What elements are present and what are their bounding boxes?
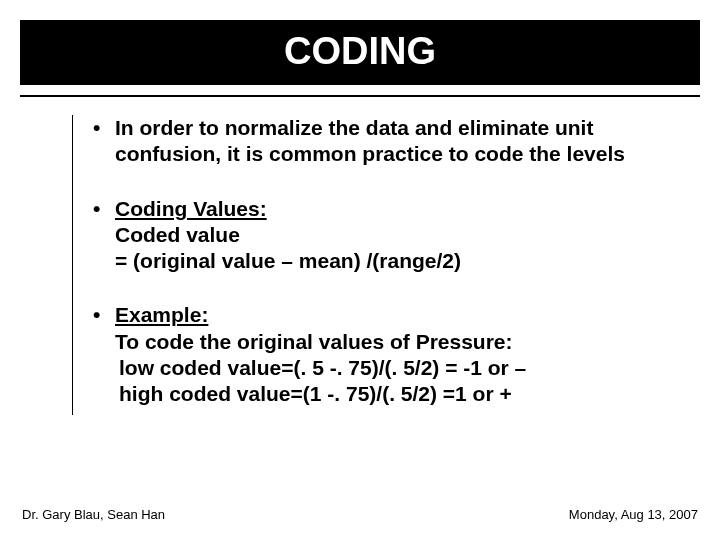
bullet-mark: • <box>93 302 115 407</box>
footer: Dr. Gary Blau, Sean Han Monday, Aug 13, … <box>22 507 698 522</box>
bullet-mark: • <box>93 196 115 275</box>
bullet-3-line1: To code the original values of Pressure: <box>115 329 672 355</box>
slide-title: CODING <box>20 20 700 85</box>
footer-date: Monday, Aug 13, 2007 <box>569 507 698 522</box>
bullet-3-line2: low coded value=(. 5 -. 75)/(. 5/2) = -1… <box>115 355 672 381</box>
bullet-1-text: In order to normalize the data and elimi… <box>115 115 672 168</box>
slide-body: • In order to normalize the data and eli… <box>72 115 672 415</box>
bullet-mark: • <box>93 115 115 168</box>
divider <box>20 95 700 97</box>
bullet-1: • In order to normalize the data and eli… <box>93 115 672 168</box>
bullet-3: • Example: To code the original values o… <box>93 302 672 407</box>
bullet-2: • Coding Values: Coded value = (original… <box>93 196 672 275</box>
bullet-2-heading: Coding Values: <box>115 196 672 222</box>
footer-authors: Dr. Gary Blau, Sean Han <box>22 507 165 522</box>
bullet-2-line2: = (original value – mean) /(range/2) <box>115 248 672 274</box>
bullet-3-line3: high coded value=(1 -. 75)/(. 5/2) =1 or… <box>115 381 672 407</box>
bullet-3-heading: Example: <box>115 302 672 328</box>
bullet-2-line1: Coded value <box>115 222 672 248</box>
